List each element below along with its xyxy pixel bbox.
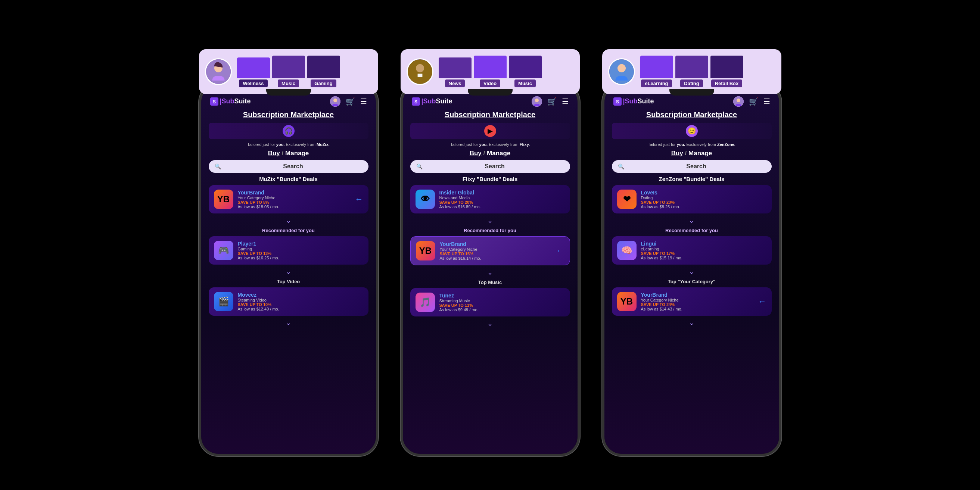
svg-text:S: S: [414, 99, 417, 105]
deal-subtitle: eLearning: [641, 247, 767, 251]
banner-avatar: [407, 58, 433, 85]
deal-subtitle: Your Category Niche: [641, 298, 754, 302]
menu-icon[interactable]: ☰: [360, 97, 367, 106]
chart-bar: [675, 56, 708, 78]
search-bar[interactable]: 🔍Search: [612, 160, 772, 173]
chevron-down-3[interactable]: ⌄: [209, 319, 369, 327]
deal-logo: YB: [416, 241, 435, 261]
cart-icon[interactable]: 🛒: [749, 97, 758, 106]
deal-subtitle: News and Media: [439, 196, 565, 200]
buy-link[interactable]: Buy: [470, 150, 482, 157]
deal-price: As low as $16.89 / mo.: [439, 205, 565, 209]
chevron-down-2[interactable]: ⌄: [410, 268, 570, 277]
recommended-card[interactable]: 🧠LinguieLearningSAVE UP TO 17%As low as …: [612, 236, 772, 265]
recommended-title: Recommended for you: [209, 228, 369, 233]
svg-point-18: [737, 99, 740, 102]
cart-icon[interactable]: 🛒: [547, 97, 557, 106]
chevron-down-2[interactable]: ⌄: [209, 267, 369, 276]
manage-link[interactable]: Manage: [689, 150, 712, 157]
svg-point-5: [333, 99, 337, 102]
buy-link[interactable]: Buy: [268, 150, 280, 157]
app-logo: S|SubSuite: [412, 97, 452, 106]
menu-icon[interactable]: ☰: [562, 97, 569, 106]
deal-subtitle: Steaming Video: [238, 298, 363, 302]
phone-wrapper-phone3: eLearningDatingRetail BoxS|SubSuite 🛒 ☰ …: [602, 49, 781, 456]
bar-group: Wellness: [237, 56, 270, 88]
phone-notch: [266, 89, 311, 95]
bar-group: Gaming: [307, 56, 340, 88]
recommended-title: Recommended for you: [612, 228, 772, 233]
search-icon: 🔍: [215, 164, 221, 169]
chart-bar: [474, 56, 507, 78]
menu-icon[interactable]: ☰: [764, 97, 770, 106]
bundle-card[interactable]: YBYourBrandYour Category NicheSAVE UP TO…: [209, 185, 369, 213]
header-avatar[interactable]: [330, 96, 340, 107]
search-label: Search: [224, 163, 363, 170]
deal-save: SAVE UP TO 20%: [439, 200, 565, 205]
header-icons: 🛒 ☰: [531, 96, 569, 107]
bar-group: Retail Box: [710, 56, 743, 88]
tailored-text: Tailored just for you. Exclusively from …: [612, 142, 772, 147]
search-bar[interactable]: 🔍Search: [209, 160, 369, 173]
deal-subtitle: Gaming: [238, 247, 363, 251]
bar-group: eLearning: [640, 56, 673, 88]
deal-name: Player1: [238, 241, 363, 247]
banner-card: eLearningDatingRetail Box: [602, 49, 781, 94]
svg-text:S: S: [616, 99, 619, 105]
manage-link[interactable]: Manage: [487, 150, 510, 157]
deal-price: As low as $14.43 / mo.: [641, 307, 754, 311]
banner-avatar: [205, 58, 232, 85]
phone-frame: S|SubSuite 🛒 ☰ Subscription Marketplace😊…: [602, 83, 781, 456]
svg-text:S: S: [212, 99, 215, 105]
bundle-card[interactable]: 👁Insider GlobalNews and MediaSAVE UP TO …: [410, 185, 570, 213]
recommended-card[interactable]: YBYourBrandYour Category NicheSAVE UP TO…: [410, 236, 570, 265]
icon-banner: ▶: [410, 123, 570, 139]
chevron-down-1[interactable]: ⌄: [410, 216, 570, 225]
chevron-down-3[interactable]: ⌄: [612, 319, 772, 327]
deal-logo: 👁: [415, 189, 435, 209]
bar-label: Wellness: [239, 80, 267, 88]
top-section-title: Top "Your Category": [612, 279, 772, 284]
deal-save: SAVE UP TO 23%: [641, 200, 767, 205]
icon-banner: 🎧: [209, 123, 369, 139]
manage-link[interactable]: Manage: [285, 150, 309, 157]
deal-price: As low as $8.25 / mo.: [641, 205, 767, 209]
bar-label: Gaming: [310, 80, 336, 88]
header-avatar[interactable]: [733, 96, 744, 107]
deal-info: Insider GlobalNews and MediaSAVE UP TO 2…: [439, 189, 565, 209]
svg-point-12: [535, 99, 539, 102]
deal-arrow: ←: [758, 297, 767, 306]
top-card[interactable]: 🎬MoveezSteaming VideoSAVE UP TO 10%As lo…: [209, 287, 369, 316]
header-avatar[interactable]: [531, 96, 542, 107]
search-label: Search: [627, 163, 766, 170]
search-bar[interactable]: 🔍Search: [410, 160, 570, 173]
deal-save: SAVE UP TO 24%: [641, 302, 754, 307]
top-card[interactable]: YBYourBrandYour Category NicheSAVE UP TO…: [612, 287, 772, 316]
chevron-down-1[interactable]: ⌄: [209, 216, 369, 225]
deal-logo: 🧠: [617, 241, 636, 260]
buy-manage: Buy / Manage: [410, 150, 570, 157]
buy-manage: Buy / Manage: [209, 150, 369, 157]
deal-name: Tunez: [439, 293, 565, 299]
deal-name: YourBrand: [440, 241, 552, 247]
screen-content: Subscription Marketplace▶Tailored just f…: [403, 110, 578, 454]
svg-rect-8: [417, 73, 422, 77]
deal-save: SAVE UP TO 15%: [440, 251, 552, 256]
bar-label: Music: [278, 80, 299, 88]
cart-icon[interactable]: 🛒: [346, 97, 355, 106]
bundle-card[interactable]: ❤LoveIsDatingSAVE UP TO 23%As low as $8.…: [612, 185, 772, 213]
deal-price: As low as $16.14 / mo.: [440, 256, 552, 261]
deal-price: As low as $15.19 / mo.: [641, 256, 767, 260]
deal-info: YourBrandYour Category NicheSAVE UP TO 1…: [440, 241, 552, 261]
banner-card: WellnessMusicGaming: [199, 49, 378, 94]
chevron-down-2[interactable]: ⌄: [612, 267, 772, 276]
buy-link[interactable]: Buy: [671, 150, 683, 157]
chevron-down-3[interactable]: ⌄: [410, 320, 570, 328]
marketplace-title: Subscription Marketplace: [209, 110, 369, 119]
recommended-card[interactable]: 🎮Player1GamingSAVE UP TO 13%As low as $1…: [209, 236, 369, 265]
top-card[interactable]: 🎵TunezStreaming MusicSAVE UP TO 11%As lo…: [410, 288, 570, 317]
app-logo: S|SubSuite: [210, 97, 251, 106]
phone-screen: S|SubSuite 🛒 ☰ Subscription Marketplace▶…: [403, 85, 578, 454]
chevron-down-1[interactable]: ⌄: [612, 216, 772, 225]
bar-label: Dating: [680, 80, 703, 88]
